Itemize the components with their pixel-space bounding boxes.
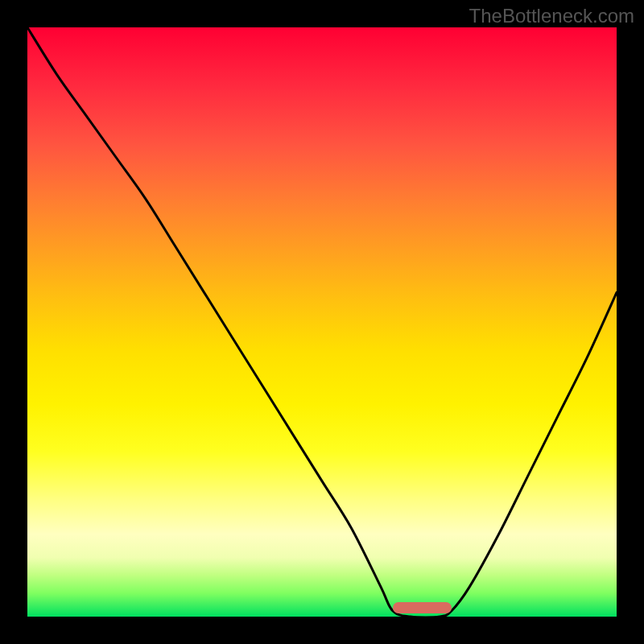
- curve-svg: [27, 27, 617, 617]
- chart-plot-area: [27, 27, 617, 617]
- watermark-text: TheBottleneck.com: [469, 5, 634, 27]
- chart-marker: [393, 602, 452, 613]
- chart-curve: [27, 27, 617, 617]
